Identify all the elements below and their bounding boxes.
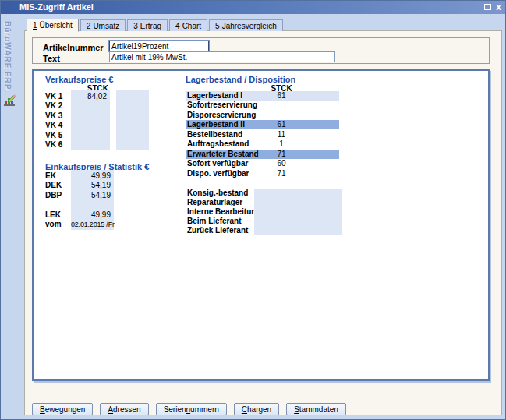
vk-row-label: VK 1 (45, 92, 62, 101)
tab-label: Jahresvergleich (222, 22, 277, 30)
vk-row-label: VK 5 (45, 131, 62, 139)
vk-row-value: 84,02 (71, 92, 107, 101)
lager-row-lagerbestand-2: Lagerbestand II61 (186, 120, 339, 129)
lager-row-value: 11 (242, 130, 320, 139)
lager-row-label: Dispo. verfügbar (187, 169, 249, 178)
lager-row-sofort-verfuegbar: Sofort verfügbar60 (186, 159, 339, 168)
article-header-group: Artikelnummer Text (32, 37, 490, 64)
window-title: MIS-Zugriff Artikel (19, 2, 94, 12)
tab-ertrag[interactable]: 3Ertrag (127, 19, 168, 31)
ek-row-value: 54,19 (71, 191, 111, 199)
overview-panel: Verkaufspreise € STCK VK 1 VK 2 VK 3 VK … (32, 69, 490, 381)
ek-row-label: DBP (45, 191, 62, 199)
lager-row-label: Bestellbestand (187, 130, 242, 139)
lager-row-bestellbestand: Bestellbestand11 (186, 130, 339, 139)
footer-button-bar: Bewegungen Adressen Seriennummern Charge… (32, 403, 346, 415)
lager-row-label: Lagerbestand II (187, 120, 245, 129)
tab-content-uebersicht: Artikelnummer Text Verkaufspreise € STCK… (24, 30, 502, 415)
lager-row-value: 60 (242, 159, 320, 168)
ek-row-value: 54,19 (71, 181, 111, 189)
tab-number: 5 (215, 22, 220, 30)
ek-row-label: DEK (45, 181, 62, 189)
tab-number: 2 (87, 22, 91, 30)
text-label: Text (43, 54, 60, 63)
lager-row-auftragsbestand: Auftragsbestand1 (186, 139, 339, 149)
lager-extra-row-label: Zurück Lieferant (187, 226, 248, 235)
tab-chart[interactable]: 4Chart (169, 19, 207, 31)
lager-row-value: 61 (242, 91, 320, 100)
tab-label: Ertrag (140, 22, 161, 30)
artikelnummer-label: Artikelnummer (43, 43, 104, 52)
lager-row-value: 1 (242, 139, 320, 148)
lager-extra-row-label: Konsig.-bestand (187, 189, 248, 197)
seriennummern-button[interactable]: Seriennummern (156, 403, 227, 415)
text-input[interactable] (109, 51, 335, 62)
lager-row-label: Sofortreservierung (187, 101, 257, 109)
lager-extra-row-label: Beim Lieferant (187, 217, 241, 225)
lager-row-dispo-verfuegbar: Dispo. verfügbar71 (186, 169, 339, 178)
vk-row-label: VK 4 (45, 121, 62, 129)
lager-row-erwarteter-bestand: Erwarteter Bestand71 (186, 150, 339, 159)
lager-extra-row-label: Reparaturlager (187, 198, 242, 206)
chart-edit-icon[interactable] (3, 94, 16, 108)
ek-row-label: LEK (45, 210, 61, 219)
titlebar-buttons: x (484, 3, 501, 11)
verkaufspreise-header: Verkaufspreise € (45, 75, 113, 84)
lager-row-value: 61 (242, 120, 320, 129)
titlebar: MIS-Zugriff Artikel x (1, 1, 505, 14)
stammdaten-button[interactable]: Stammdaten (286, 403, 346, 415)
chargen-button[interactable]: Chargen (234, 403, 279, 415)
app-window: MIS-Zugriff Artikel x BüroWARE ERP 1Über… (0, 0, 506, 420)
lager-row-sofortreservierung: Sofortreservierung (186, 101, 339, 110)
ek-row-value: 49,99 (71, 210, 111, 219)
artikelnummer-input[interactable] (109, 41, 209, 51)
tab-bar: 1Übersicht 2Umsatz 3Ertrag 4Chart 5Jahre… (27, 18, 285, 31)
lager-row-disporeservierung: Disporeservierung (186, 111, 339, 120)
tab-jahresvergleich[interactable]: 5Jahresvergleich (209, 19, 283, 31)
ek-row-label: EK (45, 171, 56, 180)
tab-label: Übersicht (40, 21, 73, 30)
vk-price-box-2 (116, 90, 149, 150)
restore-icon[interactable] (484, 4, 491, 10)
lager-extra-row-label: Interne Bearbeitung (187, 207, 260, 216)
ek-row-value: 49,99 (71, 171, 111, 180)
adressen-button[interactable]: Adressen (100, 403, 148, 415)
lager-row-label: Sofort verfügbar (187, 159, 248, 168)
ek-row-label: vom (45, 220, 62, 228)
lagerbestand-header: Lagerbestand / Disposition (186, 75, 295, 84)
bewegungen-button[interactable]: Bewegungen (32, 403, 93, 415)
vk-row-label: VK 3 (45, 111, 62, 120)
tab-number: 1 (33, 21, 37, 30)
lager-row-label: Lagerbestand I (187, 91, 242, 100)
tab-number: 3 (133, 22, 138, 30)
tab-number: 4 (175, 22, 180, 30)
ek-vom-date-value: 02.01.2015 /Fr (71, 221, 112, 228)
brand-vertical-label: BüroWARE ERP (3, 21, 12, 99)
lager-row-label: Disporeservierung (187, 111, 256, 119)
tab-umsatz[interactable]: 2Umsatz (80, 19, 126, 31)
tab-label: Umsatz (93, 22, 119, 30)
lager-row-label: Auftragsbestand (187, 139, 249, 148)
vk-row-label: VK 2 (45, 101, 62, 110)
lager-row-value: 71 (242, 169, 320, 178)
close-icon[interactable]: x (496, 3, 501, 11)
tab-uebersicht[interactable]: 1Übersicht (27, 19, 79, 32)
extra-stock-box (254, 189, 342, 235)
lager-row-value: 71 (242, 150, 320, 158)
tab-label: Chart (182, 22, 201, 30)
vk-row-label: VK 6 (45, 140, 62, 149)
lager-row-lagerbestand-1: Lagerbestand I61 (186, 91, 339, 101)
